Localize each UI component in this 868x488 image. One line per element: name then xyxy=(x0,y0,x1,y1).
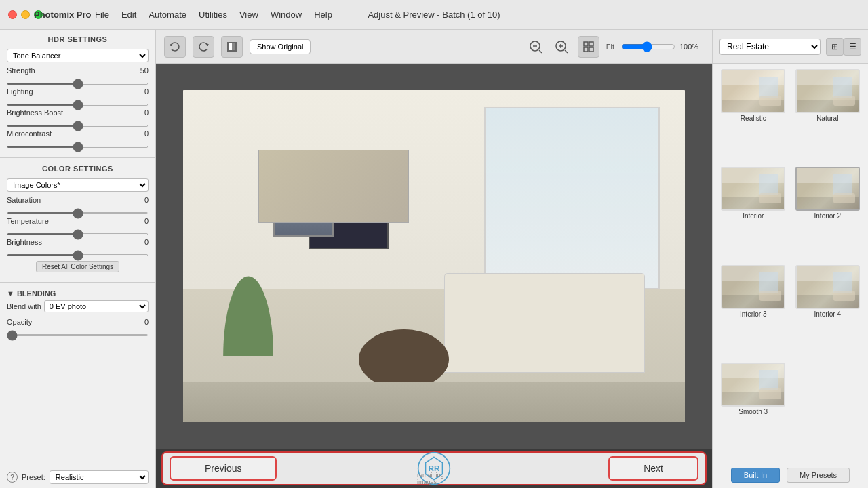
preset-thumb xyxy=(795,69,860,113)
strength-row: Strength 50 xyxy=(7,66,149,75)
redo-button[interactable] xyxy=(193,36,214,58)
right-panel: Real Estate ⊞ ☰ Realistic Natural Interi… xyxy=(712,30,868,488)
preset-item-smooth-3[interactable]: Smooth 3 xyxy=(718,363,789,456)
brightness-boost-row: Brightness Boost 0 xyxy=(7,108,149,117)
menu-view[interactable]: View xyxy=(239,9,258,20)
lighting-value: 0 xyxy=(130,87,149,96)
lighting-label: Lighting xyxy=(7,87,130,96)
microcontrast-row: Microcontrast 0 xyxy=(7,129,149,138)
menu-help[interactable]: Help xyxy=(314,9,332,20)
menu-bar: File Edit Automate Utilities View Window… xyxy=(95,9,332,20)
brightness-boost-slider-container xyxy=(7,119,149,129)
microcontrast-slider[interactable] xyxy=(7,146,149,148)
strength-slider-container xyxy=(7,77,149,87)
right-toolbar: Real Estate ⊞ ☰ xyxy=(713,30,868,64)
saturation-label: Saturation xyxy=(7,196,130,204)
preset-item-natural[interactable]: Natural xyxy=(793,69,863,163)
menu-window[interactable]: Window xyxy=(271,9,302,20)
next-button[interactable]: Next xyxy=(608,456,698,481)
close-button[interactable] xyxy=(8,10,17,19)
tone-balancer-select[interactable]: Tone Balancer xyxy=(7,49,149,62)
my-presets-button[interactable]: My Presets xyxy=(787,468,850,483)
undo-button[interactable] xyxy=(164,36,186,58)
blending-label: BLENDING xyxy=(17,289,56,298)
menu-file[interactable]: File xyxy=(95,9,109,20)
preset-thumb xyxy=(721,69,785,113)
microcontrast-value: 0 xyxy=(130,129,149,138)
menu-automate[interactable]: Automate xyxy=(149,9,186,20)
preset-thumb xyxy=(795,167,860,211)
hdr-settings-section: Tone Balancer Strength 50 Lighting 0 Bri… xyxy=(0,46,155,155)
grid-icon[interactable]: ⊞ xyxy=(826,38,844,56)
preset-item-interior-2[interactable]: Interior 2 xyxy=(793,167,863,260)
color-brightness-slider[interactable] xyxy=(7,254,149,256)
zoom-slider[interactable] xyxy=(621,41,675,52)
svg-line-2 xyxy=(539,50,542,53)
built-in-button[interactable]: Built-In xyxy=(731,468,780,483)
preset-name: Interior 3 xyxy=(740,310,766,318)
window xyxy=(484,107,660,290)
saturation-slider[interactable] xyxy=(7,212,149,214)
minimize-button[interactable] xyxy=(21,10,30,19)
opacity-section: Opacity 0 xyxy=(0,315,155,343)
menu-edit[interactable]: Edit xyxy=(121,9,136,20)
menu-icon[interactable]: ☰ xyxy=(844,38,861,56)
preset-thumb-bg xyxy=(797,266,859,308)
brightness-boost-label: Brightness Boost xyxy=(7,108,130,117)
blending-header: ▼ BLENDING xyxy=(0,285,155,300)
microcontrast-slider-container xyxy=(7,140,149,150)
preset-item-interior-3[interactable]: Interior 3 xyxy=(718,265,789,359)
window-title: Adjust & Preview - Batch (1 of 10) xyxy=(368,9,500,20)
preset-name: Natural xyxy=(816,115,838,122)
preset-item-interior[interactable]: Interior xyxy=(718,167,789,260)
zoom-out-button[interactable] xyxy=(526,37,545,56)
saturation-slider-container xyxy=(7,207,149,216)
temperature-label: Temperature xyxy=(7,217,130,225)
preview-image xyxy=(183,90,685,422)
show-original-button[interactable]: Show Original xyxy=(250,39,311,54)
main-layout: HDR SETTINGS Tone Balancer Strength 50 L… xyxy=(0,30,868,488)
app-name: Photomix Pro xyxy=(34,9,92,20)
preset-thumb xyxy=(721,265,785,309)
floor-detail xyxy=(183,382,685,422)
color-brightness-value: 0 xyxy=(130,238,149,246)
opacity-row: Opacity 0 xyxy=(7,318,149,326)
menu-utilities[interactable]: Utilities xyxy=(199,9,227,20)
help-icon[interactable]: ? xyxy=(7,472,18,483)
image-colors-select[interactable]: Image Colors* xyxy=(7,178,149,192)
svg-rect-9 xyxy=(584,47,588,52)
category-select[interactable]: Real Estate xyxy=(719,39,821,55)
blend-with-row: Blend with 0 EV photo xyxy=(0,300,155,312)
preset-name: Interior 4 xyxy=(814,310,841,318)
temperature-row: Temperature 0 xyxy=(7,217,149,225)
brightness-boost-slider[interactable] xyxy=(7,125,149,127)
temperature-slider-container xyxy=(7,228,149,237)
split-view-button[interactable] xyxy=(221,36,243,58)
preset-name: Interior 2 xyxy=(814,212,841,220)
saturation-row: Saturation 0 xyxy=(7,196,149,204)
opacity-slider[interactable] xyxy=(7,334,149,336)
preset-select[interactable]: Realistic xyxy=(50,470,149,484)
preset-thumb-bg xyxy=(722,70,784,112)
temperature-slider[interactable] xyxy=(7,233,149,235)
titlebar: Photomix Pro File Edit Automate Utilitie… xyxy=(0,0,868,30)
preset-item-interior-4[interactable]: Interior 4 xyxy=(793,265,863,359)
lighting-slider[interactable] xyxy=(7,104,149,106)
color-blend-divider xyxy=(0,282,155,283)
preset-item-realistic[interactable]: Realistic xyxy=(718,69,789,163)
fit-button[interactable] xyxy=(578,36,599,58)
strength-slider[interactable] xyxy=(7,83,149,85)
opacity-slider-container xyxy=(7,329,149,338)
preset-name: Interior xyxy=(743,212,764,220)
opacity-label: Opacity xyxy=(7,318,130,326)
reset-color-button[interactable]: Reset All Color Settings xyxy=(36,261,119,272)
preset-thumb-bg xyxy=(722,364,784,405)
blend-ev-select[interactable]: 0 EV photo xyxy=(44,300,149,312)
zoom-slider-row: 100% xyxy=(621,41,704,52)
preset-thumb-bg xyxy=(797,168,859,209)
zoom-in-button[interactable] xyxy=(552,37,571,56)
previous-button[interactable]: Previous xyxy=(170,456,277,481)
svg-rect-10 xyxy=(589,47,593,52)
bottom-nav: Previous RR remaining images Next xyxy=(161,451,707,485)
svg-line-6 xyxy=(565,50,568,53)
